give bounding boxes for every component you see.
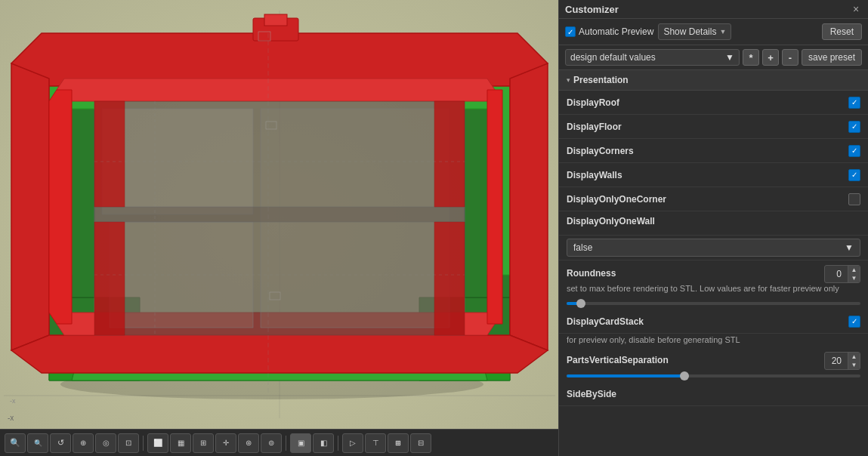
param-display-card-stack-label: DisplayCardStack <box>567 316 848 327</box>
show-details-label: Show Details <box>663 26 716 37</box>
grid-button[interactable]: ▦ <box>170 433 191 453</box>
zoom-in-button[interactable]: 🔍 <box>27 433 48 453</box>
param-display-card-stack-checkbox[interactable]: ✓ <box>848 316 860 328</box>
param-display-roof-checkbox[interactable]: ✓ <box>848 97 860 109</box>
show-details-arrow: ▼ <box>719 28 726 35</box>
param-parts-vertical-down[interactable]: ▼ <box>848 361 860 369</box>
zoom-out-button[interactable]: 🔍 <box>5 433 26 453</box>
view4-button[interactable]: ⊞ <box>193 433 214 453</box>
param-parts-vertical-value: 20 <box>825 354 848 368</box>
param-side-by-side-label: SideBySide <box>567 389 860 399</box>
param-parts-vertical-slider-container[interactable] <box>559 373 868 382</box>
preset-minus-button[interactable]: - <box>782 49 798 66</box>
param-row-display-walls: DisplayWalls ✓ <box>559 163 868 187</box>
panel-header: Customizer × <box>559 0 868 19</box>
param-display-floor-checkbox[interactable]: ✓ <box>848 121 860 133</box>
save-preset-button[interactable]: save preset <box>802 49 862 66</box>
param-roundness-up[interactable]: ▲ <box>848 266 860 274</box>
param-display-only-one-wall-label: DisplayOnlyOneWall <box>567 216 655 232</box>
section-collapse-icon: ▾ <box>567 76 570 84</box>
rotate-reset-button[interactable]: ↺ <box>50 433 71 453</box>
model-view: -x <box>0 0 558 429</box>
param-parts-vertical-up[interactable]: ▲ <box>848 353 860 361</box>
param-display-walls-label: DisplayWalls <box>567 170 848 180</box>
reset-button[interactable]: Reset <box>822 23 862 40</box>
param-parts-vertical-section: PartsVerticalSeparation 20 ▲ ▼ <box>559 347 868 373</box>
viewport[interactable]: -x -x 🔍 🔍 ↺ ⊕ ◎ ⊡ ⬜ ▦ ⊞ ✛ ⊛ ⊚ ▣ ◧ ▷ ⊤ ⊞ … <box>0 0 558 456</box>
auto-preview-label: Automatic Preview <box>579 26 653 37</box>
sep1 <box>143 436 144 451</box>
param-wall-dropdown-value: false <box>573 242 592 253</box>
sep3 <box>338 436 338 451</box>
param-wall-dropdown-arrow: ▼ <box>845 242 854 253</box>
preset-dropdown[interactable]: design default values ▼ <box>565 49 740 66</box>
sep2 <box>286 436 286 451</box>
param-roundness-row: Roundness 0 ▲ ▼ <box>567 265 860 283</box>
panel-title: Customizer <box>565 4 619 15</box>
param-display-only-one-wall-dropdown[interactable]: false ▼ <box>567 239 860 257</box>
param-row-display-card-stack: DisplayCardStack ✓ <box>559 310 868 334</box>
param-roundness-title: Roundness <box>567 268 821 279</box>
panel-controls-row1: ✓ Automatic Preview Show Details ▼ Reset <box>559 19 868 45</box>
param-parts-vertical-title: PartsVerticalSeparation <box>567 355 821 365</box>
render2-button[interactable]: ◧ <box>313 433 334 453</box>
section-presentation-header[interactable]: ▾ Presentation <box>559 70 868 91</box>
param-parts-vertical-slider-fill <box>567 374 684 377</box>
param-row-display-floor: DisplayFloor ✓ <box>559 115 868 139</box>
param-roundness-input[interactable]: 0 ▲ ▼ <box>824 265 860 283</box>
panel-content[interactable]: ▾ Presentation DisplayRoof ✓ DisplayFloo… <box>559 70 868 456</box>
auto-preview-check-icon: ✓ <box>565 26 576 37</box>
window-fit-button[interactable]: ⊟ <box>410 433 431 453</box>
param-roundness-spinners: ▲ ▼ <box>848 266 860 282</box>
svg-text:-x: -x <box>10 397 16 405</box>
param-parts-vertical-input[interactable]: 20 ▲ ▼ <box>824 352 860 370</box>
zoom-fit-button[interactable]: ⊞ <box>388 433 409 453</box>
camera2-button[interactable]: ⊚ <box>261 433 282 453</box>
close-button[interactable]: × <box>850 3 862 15</box>
view-mode-button[interactable]: ⬜ <box>147 433 168 453</box>
viewport-toolbar: 🔍 🔍 ↺ ⊕ ◎ ⊡ ⬜ ▦ ⊞ ✛ ⊛ ⊚ ▣ ◧ ▷ ⊤ ⊞ ⊟ <box>0 429 558 456</box>
svg-rect-4 <box>264 14 287 26</box>
view-center-button[interactable]: ◎ <box>95 433 116 453</box>
param-display-card-stack-note: for preview only, disable before generat… <box>559 334 868 347</box>
preset-star-button[interactable]: * <box>743 49 759 66</box>
preset-arrow: ▼ <box>725 52 734 63</box>
param-display-corners-label: DisplayCorners <box>567 146 848 156</box>
param-parts-vertical-slider-thumb[interactable] <box>680 371 689 381</box>
pan-button[interactable]: ⊕ <box>73 433 94 453</box>
axes-button[interactable]: ✛ <box>215 433 236 453</box>
param-row-side-by-side: SideBySide <box>559 382 868 406</box>
param-roundness-down[interactable]: ▼ <box>848 274 860 282</box>
param-row-display-only-one-wall: DisplayOnlyOneWall <box>559 211 868 236</box>
param-parts-vertical-spinners: ▲ ▼ <box>848 353 860 369</box>
fit-view-button[interactable]: ⊡ <box>118 433 139 453</box>
param-parts-vertical-slider-track[interactable] <box>567 374 860 377</box>
section-presentation-label: Presentation <box>573 75 629 85</box>
param-display-only-one-corner-checkbox[interactable] <box>848 193 860 205</box>
preset-value: design default values <box>570 52 656 63</box>
preset-plus-button[interactable]: + <box>762 49 779 66</box>
play-button[interactable]: ▷ <box>342 433 363 453</box>
param-roundness-slider-thumb[interactable] <box>576 299 585 308</box>
param-roundness-value: 0 <box>825 267 848 281</box>
param-parts-vertical-row: PartsVerticalSeparation 20 ▲ ▼ <box>567 352 860 370</box>
coordinate-display: -x <box>8 414 14 422</box>
render-button[interactable]: ▣ <box>290 433 311 453</box>
param-roundness-section: Roundness 0 ▲ ▼ set to max before render… <box>559 260 868 300</box>
param-display-only-one-corner-label: DisplayOnlyOneCorner <box>567 194 848 205</box>
top-view-button[interactable]: ⊤ <box>365 433 386 453</box>
param-roundness-desc: set to max before rendering to STL. Low … <box>567 283 860 294</box>
param-row-display-corners: DisplayCorners ✓ <box>559 139 868 163</box>
param-roundness-slider-track[interactable] <box>567 302 860 305</box>
param-display-walls-checkbox[interactable]: ✓ <box>848 169 860 181</box>
param-display-corners-checkbox[interactable]: ✓ <box>848 145 860 157</box>
param-row-display-only-one-corner: DisplayOnlyOneCorner <box>559 187 868 211</box>
camera1-button[interactable]: ⊛ <box>238 433 259 453</box>
param-roundness-slider-container[interactable] <box>559 300 868 310</box>
param-row-display-roof: DisplayRoof ✓ <box>559 91 868 115</box>
show-details-dropdown[interactable]: Show Details ▼ <box>658 23 731 40</box>
customizer-panel: Customizer × ✓ Automatic Preview Show De… <box>558 0 868 456</box>
panel-controls-row2: design default values ▼ * + - save prese… <box>559 45 868 70</box>
param-dropdown-row-wall: false ▼ <box>559 236 868 260</box>
auto-preview-checkbox[interactable]: ✓ Automatic Preview <box>565 26 653 37</box>
